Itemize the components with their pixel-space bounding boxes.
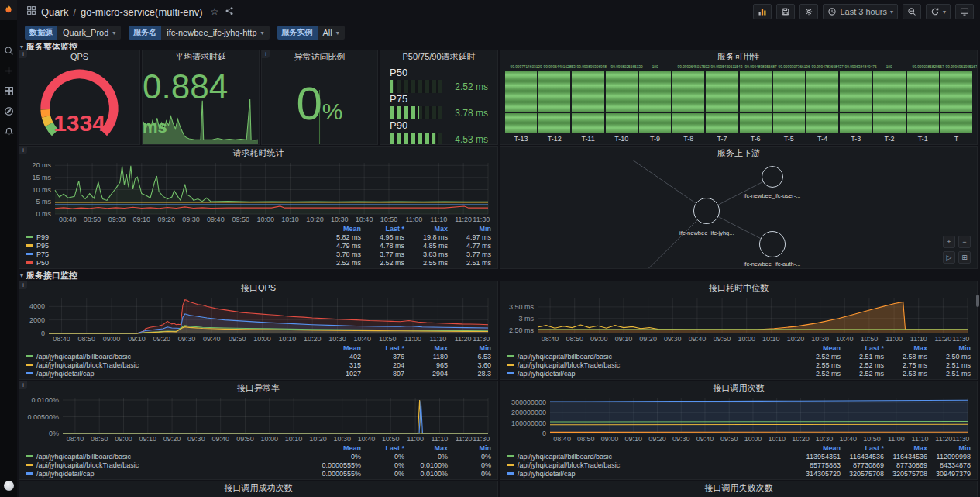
row-header-api[interactable]: ▾ 服务接口监控 [20,270,77,281]
legend-series-name[interactable]: P75 [36,250,49,258]
legend-column-header[interactable]: Mean [318,344,361,352]
legend-column-header[interactable]: Max [404,225,448,233]
dashboard-title[interactable]: go-micro-service(multi-env) [81,6,202,18]
legend-column-header[interactable]: Min [448,225,491,233]
latency-stats-chart[interactable]: 0 ms5 ms10 ms15 ms20 ms08:4008:5009:0009… [26,160,491,224]
api-qps-chart[interactable]: 02000400008:4008:5009:0009:1009:2009:300… [26,295,491,343]
zoom-out-icon[interactable]: − [958,236,971,248]
api-calls-chart[interactable]: 010000000020000000030000000008:4008:5009… [507,395,971,444]
share-icon[interactable] [223,6,234,18]
legend-column-header[interactable]: Min [448,444,491,452]
scrollbar-thumb[interactable] [976,295,979,307]
user-avatar[interactable] [4,481,14,491]
panel-title[interactable]: 服务可用性 [500,50,977,64]
create-plus-icon[interactable] [3,65,14,76]
cycle-view-monitor-icon[interactable] [955,4,974,19]
legend-column-header[interactable]: Min [927,444,971,452]
percentile-bar-row: 2.52 ms [390,80,488,93]
legend-column-header[interactable]: Last * [841,344,884,352]
x-axis-tick-label: 08:50 [91,435,108,443]
panel-info-corner-icon[interactable]: i [19,147,27,154]
legend-column-header[interactable]: Last * [361,444,404,452]
legend-series-name[interactable]: /api/jyhq/capital/blockTrade/basic [518,361,620,369]
zoom-out-time-icon[interactable] [903,4,921,19]
breadcrumb[interactable]: Quark / go-micro-service(multi-env) ☆ [26,5,234,18]
api-median-chart[interactable]: 2.50 ms3 ms3.50 ms08:4008:5009:0009:1009… [507,295,971,343]
topology-node-downstream[interactable] [759,231,786,257]
panel-info-corner-icon[interactable]: i [19,281,27,289]
legend-series-name[interactable]: /api/jyhq/detail/cap [36,370,95,378]
legend-column-header[interactable]: Mean [318,444,361,452]
legend-series: /api/jyhq/detail/cap [26,470,318,478]
legend-series-name[interactable]: /api/jyhq/detail/cap [518,470,576,478]
pan-icon[interactable]: ▷ [943,251,955,264]
topology-node-upstream[interactable] [762,166,783,188]
panel-title[interactable]: 接口调用失败次数 [500,481,977,495]
search-icon[interactable] [3,45,14,56]
legend-series-name[interactable]: /api/jyhq/capital/blockTrade/basic [36,361,139,369]
breadcrumb-app[interactable]: Quark [41,6,68,18]
legend-value: 5.82 ms [318,233,361,241]
explore-compass-icon[interactable] [3,105,14,116]
legend-series-name[interactable]: /api/jyhq/capital/billboard/basic [518,453,612,461]
time-range-picker[interactable]: Last 3 hours ▾ [823,4,898,19]
chart-plot-area[interactable]: 0%0.00500%0.0100%08:4008:5009:0009:1009:… [63,398,488,433]
panel-title[interactable]: 异常访问比例 [262,50,377,64]
variable-datasource[interactable]: 数据源 Quark_Prod▾ [25,26,121,40]
chart-plot-area[interactable]: 0 ms5 ms10 ms15 ms20 ms08:4008:5009:0009… [55,163,488,214]
panel-title[interactable]: 接口调用次数 [500,381,977,395]
legend-series-name[interactable]: /api/jyhq/capital/billboard/basic [36,453,131,461]
panel-title[interactable]: 接口QPS [19,281,497,295]
legend-column-header[interactable]: Max [884,344,927,352]
legend-column-header[interactable]: Last * [361,225,404,233]
variable-service-name[interactable]: 服务名 ifc-newbee_ifc-jyhq-http▾ [129,26,269,40]
topology-node-center[interactable] [693,198,720,224]
panel-title[interactable]: 接口调用成功次数 [19,481,497,495]
dashboard-settings-gear-icon[interactable] [799,4,818,19]
panel-title[interactable]: P50/75/90请求延时 [380,50,497,64]
dashboards-icon[interactable] [3,85,14,96]
panel-info-corner-icon[interactable]: i [262,50,270,58]
legend-column-header[interactable]: Min [448,344,491,352]
zoom-in-icon[interactable]: + [943,236,955,248]
grafana-logo[interactable] [0,0,17,20]
variable-service-instance[interactable]: 服务实例 All▾ [277,26,345,40]
panel-title[interactable]: 服务上下游 [500,147,977,160]
star-icon[interactable]: ☆ [211,6,219,17]
panel-title[interactable]: QPS [19,50,139,64]
api-error-chart[interactable]: 0%0.00500%0.0100%08:4008:5009:0009:1009:… [26,395,491,444]
panel-title[interactable]: 接口异常率 [19,381,497,395]
chart-plot-area[interactable]: 2.50 ms3 ms3.50 ms08:4008:5009:0009:1009… [538,298,968,333]
legend-column-header[interactable]: Mean [797,444,841,452]
save-dashboard-icon[interactable] [776,4,795,19]
panel-title[interactable]: 接口耗时中位数 [500,281,977,295]
refresh-button[interactable]: ▾ [926,4,951,19]
legend-series-name[interactable]: /api/jyhq/detail/cap [36,470,95,478]
legend-series-name[interactable]: /api/jyhq/capital/blockTrade/basic [518,461,620,469]
panel-title[interactable]: 请求耗时统计 [19,147,497,160]
legend-series-name[interactable]: /api/jyhq/capital/billboard/basic [36,353,131,361]
legend-series-name[interactable]: P99 [36,233,49,241]
legend-column-header[interactable]: Max [404,444,448,452]
legend-column-header[interactable]: Mean [797,344,841,352]
legend-column-header[interactable]: Min [927,344,971,352]
legend-series-name[interactable]: /api/jyhq/detail/cap [518,370,576,378]
legend-column-header[interactable]: Max [884,444,927,452]
legend-column-header[interactable]: Last * [361,344,404,352]
panel-info-corner-icon[interactable]: i [19,50,27,58]
chart-plot-area[interactable]: 02000400008:4008:5009:0009:1009:2009:300… [49,298,488,333]
panel-info-corner-icon[interactable]: i [19,381,27,389]
legend-column-header[interactable]: Last * [841,444,884,452]
legend-series-name[interactable]: P50 [36,259,49,267]
legend-series-name[interactable]: P95 [36,242,49,250]
legend-column-header[interactable]: Max [404,344,448,352]
legend-column-header[interactable]: Mean [318,225,361,233]
chart-plot-area[interactable]: 010000000020000000030000000008:4008:5009… [550,398,968,433]
legend-series-name[interactable]: /api/jyhq/capital/blockTrade/basic [36,461,139,469]
add-panel-icon[interactable] [753,4,772,19]
availability-x-label: T-1 [907,133,939,143]
alerting-bell-icon[interactable] [3,126,14,136]
layout-grid-icon[interactable]: ⊞ [958,251,971,264]
panel-title[interactable]: 平均请求时延 [143,50,259,64]
legend-series-name[interactable]: /api/jyhq/capital/billboard/basic [518,353,612,361]
